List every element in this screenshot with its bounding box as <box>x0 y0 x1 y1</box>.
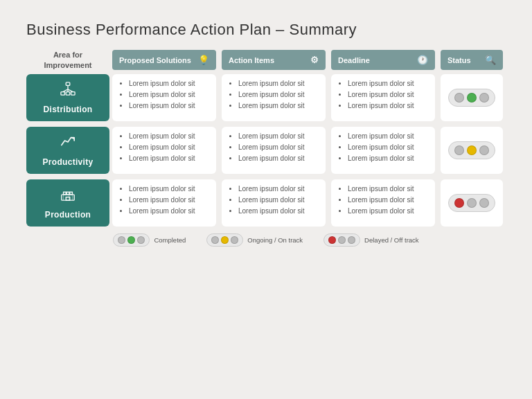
legend-completed: Completed <box>113 233 186 247</box>
productivity-proposed: Lorem ipsum dolor sit Lorem ipsum dolor … <box>112 127 216 174</box>
distribution-yellow-light <box>467 93 477 103</box>
header-proposed: Proposed Solutions 💡 <box>112 50 216 70</box>
distribution-deadline: Lorem ipsum dolor sit Lorem ipsum dolor … <box>331 74 435 121</box>
distribution-icon <box>60 81 76 100</box>
action-icon: ⚙ <box>310 55 319 65</box>
production-green-light <box>479 198 489 208</box>
table: Area for Improvement Proposed Solutions … <box>26 50 506 227</box>
legend: Completed Ongoing / On track Delayed / O… <box>26 233 506 247</box>
page-title: Business Performance Action Plan – Summa… <box>26 21 506 39</box>
production-icon <box>60 186 76 206</box>
svg-rect-2 <box>66 92 70 96</box>
svg-rect-9 <box>64 192 66 195</box>
legend-delayed: Delayed / Off track <box>323 233 419 247</box>
svg-rect-11 <box>70 192 73 195</box>
area-production: Production <box>26 179 109 227</box>
svg-rect-1 <box>61 92 65 96</box>
legend-ongoing-light <box>206 233 243 247</box>
area-header: Area for Improvement <box>26 50 109 70</box>
svg-rect-3 <box>71 92 76 96</box>
production-action: Lorem ipsum dolor sit Lorem ipsum dolor … <box>222 179 326 227</box>
production-red-light <box>454 198 464 208</box>
area-distribution: Distribution <box>26 74 109 121</box>
distribution-red-light <box>454 93 464 103</box>
svg-rect-0 <box>66 82 70 86</box>
productivity-label: Productivity <box>43 157 94 167</box>
proposed-icon: 💡 <box>198 55 209 65</box>
productivity-green-light <box>479 145 489 155</box>
deadline-icon: 🕐 <box>417 55 428 65</box>
status-icon: 🔍 <box>485 55 496 65</box>
productivity-status <box>441 127 503 174</box>
distribution-action: Lorem ipsum dolor sit Lorem ipsum dolor … <box>222 74 326 121</box>
legend-completed-light <box>113 233 150 247</box>
header-deadline: Deadline 🕐 <box>331 50 435 70</box>
row-production: Production Lorem ipsum dolor sit Lorem i… <box>26 179 506 227</box>
row-distribution: Distribution Lorem ipsum dolor sit Lorem… <box>26 74 506 121</box>
productivity-action: Lorem ipsum dolor sit Lorem ipsum dolor … <box>222 127 326 174</box>
distribution-status <box>441 74 503 121</box>
productivity-red-light <box>454 145 464 155</box>
production-traffic-light <box>448 194 495 212</box>
productivity-yellow-light <box>467 145 477 155</box>
production-label: Production <box>45 210 91 220</box>
production-yellow-light <box>467 198 477 208</box>
productivity-deadline: Lorem ipsum dolor sit Lorem ipsum dolor … <box>331 127 435 174</box>
svg-rect-10 <box>66 192 69 195</box>
production-status <box>441 179 503 227</box>
productivity-icon <box>60 134 76 153</box>
legend-ongoing: Ongoing / On track <box>206 233 303 247</box>
slide: Business Performance Action Plan – Summa… <box>7 7 525 392</box>
distribution-proposed: Lorem ipsum dolor sit Lorem ipsum dolor … <box>112 74 216 121</box>
distribution-green-light <box>479 93 489 103</box>
header-row: Area for Improvement Proposed Solutions … <box>26 50 506 70</box>
header-status: Status 🔍 <box>441 50 503 70</box>
production-deadline: Lorem ipsum dolor sit Lorem ipsum dolor … <box>331 179 435 227</box>
row-productivity: Productivity Lorem ipsum dolor sit Lorem… <box>26 127 506 174</box>
distribution-traffic-light <box>448 89 495 107</box>
productivity-traffic-light <box>448 141 495 159</box>
header-action: Action Items ⚙ <box>222 50 326 70</box>
production-proposed: Lorem ipsum dolor sit Lorem ipsum dolor … <box>112 179 216 227</box>
area-productivity: Productivity <box>26 127 109 174</box>
legend-delayed-light <box>323 233 360 247</box>
distribution-label: Distribution <box>44 105 93 114</box>
